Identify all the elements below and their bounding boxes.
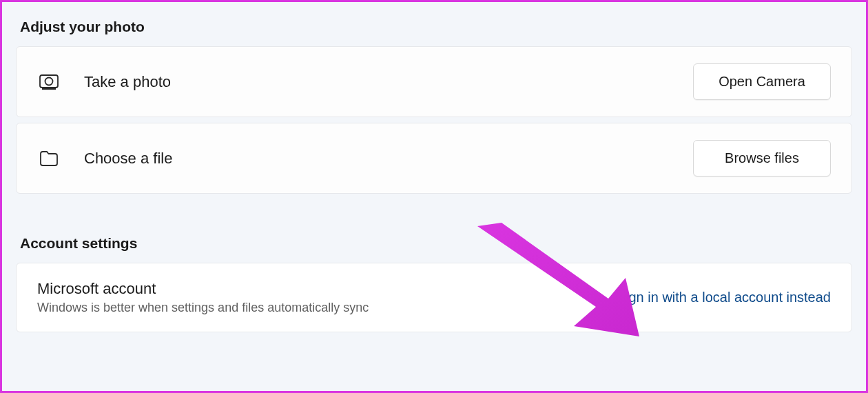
take-photo-left: Take a photo [37, 70, 171, 94]
local-account-link[interactable]: Sign in with a local account instead [617, 290, 831, 305]
open-camera-button[interactable]: Open Camera [693, 63, 831, 100]
microsoft-account-row: Microsoft account Windows is better when… [16, 263, 852, 332]
choose-file-row: Choose a file Browse files [16, 123, 852, 194]
microsoft-account-left: Microsoft account Windows is better when… [37, 280, 369, 315]
microsoft-account-title: Microsoft account [37, 280, 369, 298]
camera-icon [37, 70, 61, 94]
choose-file-left: Choose a file [37, 147, 172, 170]
adjust-photo-heading: Adjust your photo [20, 19, 852, 35]
take-photo-label: Take a photo [84, 73, 171, 91]
browse-files-button[interactable]: Browse files [693, 140, 831, 177]
take-photo-row: Take a photo Open Camera [16, 46, 852, 117]
folder-icon [37, 147, 61, 170]
microsoft-account-subtitle: Windows is better when settings and file… [37, 301, 369, 315]
account-settings-heading: Account settings [20, 235, 852, 252]
choose-file-label: Choose a file [84, 150, 172, 168]
svg-point-1 [45, 77, 53, 85]
